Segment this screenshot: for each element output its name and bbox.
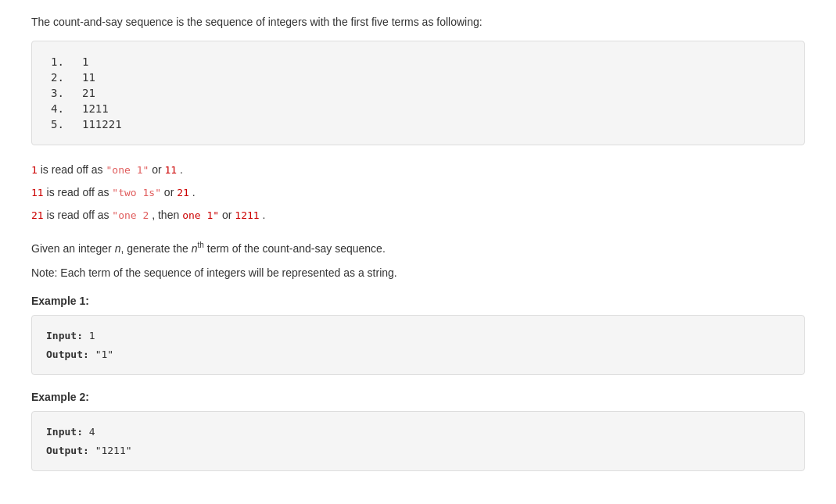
read-off-line-2: 11 is read off as "two 1s" or 21 .: [31, 184, 805, 202]
example-2-box: Input: 4 Output: "1211": [31, 411, 805, 471]
example-2-title: Example 2:: [31, 391, 805, 403]
readoff-suffix-1: .: [180, 163, 183, 176]
example-1-title: Example 1:: [31, 295, 805, 307]
readoff-start-3: 21: [31, 209, 44, 221]
readoff-or-1: or: [152, 163, 164, 176]
seq-val-5: 111221: [82, 118, 122, 130]
example-2-section: Example 2: Input: 4 Output: "1211": [31, 391, 805, 471]
seq-num-3: 3.: [51, 87, 70, 99]
readoff-middle-3: is read off as: [47, 209, 113, 221]
description-text: Given an integer n, generate the nth ter…: [31, 239, 805, 257]
example-2-input-line: Input: 4: [46, 423, 790, 441]
readoff-quote-1: "one 1": [106, 164, 149, 176]
seq-val-4: 1211: [82, 102, 109, 115]
sequence-item-2: 2. 11: [51, 70, 785, 85]
readoff-comma-3: , then: [152, 209, 182, 221]
read-off-line-1: 1 is read off as "one 1" or 11 .: [31, 161, 805, 179]
example-2-input-value: 4: [89, 426, 95, 438]
intro-text: The count-and-say sequence is the sequen…: [31, 16, 805, 28]
example-1-box: Input: 1 Output: "1": [31, 315, 805, 375]
example-1-input-value: 1: [89, 330, 95, 341]
readoff-or-3: or: [222, 209, 235, 221]
example-2-output-label: Output:: [46, 445, 89, 456]
example-1-output-value: "1": [95, 349, 113, 360]
readoff-start-1: 1: [31, 164, 38, 176]
sequence-box: 1. 1 2. 11 3. 21 4. 1211 5. 111221: [31, 41, 805, 145]
example-2-output-value: "1211": [95, 445, 132, 456]
seq-num-4: 4.: [51, 102, 70, 115]
sequence-item-1: 1. 1: [51, 54, 785, 70]
desc-start: Given an integer: [31, 242, 115, 255]
desc-mid: , generate the: [120, 242, 191, 255]
seq-num-5: 5.: [51, 118, 70, 130]
read-off-section: 1 is read off as "one 1" or 11 . 11 is r…: [31, 161, 805, 223]
readoff-quote-2: "two 1s": [112, 187, 161, 198]
example-2-input-label: Input:: [46, 426, 83, 438]
readoff-suffix-3: .: [263, 209, 266, 221]
seq-num-2: 2.: [51, 71, 70, 84]
readoff-result-2: 21: [177, 187, 189, 198]
example-1-input-line: Input: 1: [46, 327, 790, 345]
desc-sup: th: [198, 241, 204, 249]
seq-val-1: 1: [82, 55, 88, 68]
readoff-suffix-2: .: [192, 186, 196, 198]
example-2-output-line: Output: "1211": [46, 441, 790, 459]
readoff-result-1: 11: [165, 164, 178, 176]
readoff-result-3: 1211: [235, 209, 259, 221]
note-text: Note: Each term of the sequence of integ…: [31, 266, 805, 279]
example-1-output-line: Output: "1": [46, 345, 790, 363]
example-1-section: Example 1: Input: 1 Output: "1": [31, 295, 805, 375]
readoff-quote3a: "one 2: [112, 209, 149, 221]
readoff-middle-2: is read off as: [47, 186, 113, 198]
desc-end: term of the count-and-say sequence.: [204, 242, 386, 255]
seq-val-3: 21: [82, 87, 95, 99]
readoff-middle-1: is read off as: [41, 163, 106, 176]
desc-n2: n: [192, 242, 198, 255]
readoff-start-2: 11: [31, 187, 44, 198]
readoff-or-2: or: [164, 186, 177, 198]
sequence-item-4: 4. 1211: [51, 101, 785, 116]
seq-val-2: 11: [82, 71, 95, 84]
readoff-then-3: one 1": [182, 209, 219, 221]
seq-num-1: 1.: [51, 55, 70, 68]
sequence-item-5: 5. 111221: [51, 116, 785, 132]
read-off-line-3: 21 is read off as "one 2 , then one 1" o…: [31, 206, 805, 224]
sequence-item-3: 3. 21: [51, 85, 785, 101]
example-1-output-label: Output:: [46, 349, 89, 360]
example-1-input-label: Input:: [46, 330, 83, 341]
